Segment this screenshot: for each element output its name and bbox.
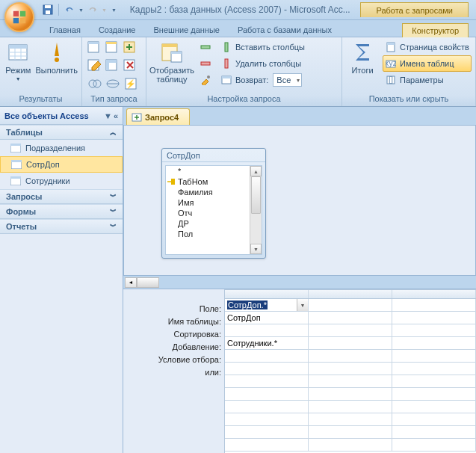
field-item-familia[interactable]: Фамилия (166, 187, 262, 197)
field-item-tabnom[interactable]: ТабНом (166, 176, 262, 187)
append-query-icon (132, 112, 142, 123)
return-rows-control[interactable]: Возврат:Все (218, 72, 307, 88)
doc-tab-query4[interactable]: Запрос4 (126, 108, 190, 125)
cell-crit-3[interactable] (392, 350, 476, 362)
undo-icon[interactable] (64, 4, 75, 16)
dropdown-icon[interactable]: ▼ (297, 299, 308, 311)
label-or: или: (123, 366, 221, 379)
col-selector-2[interactable] (309, 290, 392, 298)
redo-icon[interactable] (87, 4, 99, 16)
label-field: Поле: (123, 303, 221, 315)
delete-columns-button[interactable]: Удалить столбцы (218, 55, 307, 72)
office-button[interactable] (4, 2, 34, 32)
append-query-icon[interactable] (123, 40, 141, 57)
cell-crit-1[interactable] (225, 350, 309, 362)
svg-rect-15 (88, 42, 99, 44)
svg-point-24 (89, 80, 96, 87)
show-table-button[interactable]: Отобразить таблицу (149, 39, 194, 85)
tab-home[interactable]: Главная (40, 23, 90, 37)
property-sheet-button[interactable]: Страница свойств (383, 39, 472, 55)
cell-sort-3[interactable] (392, 324, 476, 336)
expand-down-icon: ︾ (110, 207, 117, 217)
select-query-icon[interactable] (87, 40, 105, 57)
field-item-imya[interactable]: Имя (166, 197, 262, 208)
navigation-pane: Все объекты Access ▼« Таблицы︽ Подраздел… (0, 107, 123, 453)
table-field-list[interactable]: СотрДоп * ТабНом Фамилия Имя Отч ДР Пол … (161, 148, 266, 259)
data-definition-icon[interactable]: ⚡ (123, 76, 141, 93)
nav-cat-forms[interactable]: Формы︾ (0, 204, 123, 219)
nav-cat-queries[interactable]: Запросы︾ (0, 189, 123, 204)
nav-menu-icon[interactable]: ▼ (104, 111, 112, 120)
union-query-icon[interactable] (87, 76, 105, 93)
col-selector-1[interactable] (225, 290, 309, 298)
make-table-query-icon[interactable] (105, 40, 123, 57)
tab-create[interactable]: Создание (90, 23, 145, 37)
save-icon[interactable] (42, 4, 54, 16)
chevron-down-icon: ▼ (16, 75, 21, 84)
update-query-icon[interactable] (87, 58, 105, 75)
query-design-upper[interactable]: СотрДоп * ТабНом Фамилия Имя Отч ДР Пол … (123, 125, 476, 275)
insert-columns-button[interactable]: Вставить столбцы (218, 39, 307, 55)
builder-button[interactable] (197, 72, 214, 88)
grid-columns[interactable]: СотрДоп.*▼ СотрДоп Сотрудники.* (224, 289, 476, 453)
cell-field-1[interactable]: СотрДоп.*▼ (225, 299, 309, 311)
svg-rect-3 (20, 18, 25, 23)
delete-rows-button[interactable] (197, 55, 214, 72)
delete-query-icon[interactable] (123, 58, 141, 75)
cell-sort-1[interactable] (225, 324, 309, 336)
cell-sort-2[interactable] (309, 324, 392, 336)
nav-item-sotrdop[interactable]: СотрДоп (0, 156, 123, 173)
tab-design[interactable]: Конструктор (402, 23, 469, 37)
cell-crit-2[interactable] (309, 350, 392, 362)
delete-rows-icon (200, 58, 211, 70)
cell-append-2[interactable] (309, 337, 392, 349)
nav-cat-tables[interactable]: Таблицы︽ (0, 125, 123, 140)
cell-or-3[interactable] (392, 363, 476, 375)
tab-external[interactable]: Внешние данные (145, 23, 229, 37)
nav-item-employees[interactable]: Сотрудники (0, 173, 123, 189)
scroll-left-icon[interactable]: ◄ (125, 277, 137, 288)
field-list-scrollbar[interactable]: ▲▼ (250, 166, 262, 254)
cell-field-2[interactable] (309, 299, 392, 311)
view-button[interactable]: Режим ▼ (3, 39, 34, 85)
exclamation-icon (45, 40, 69, 64)
svg-rect-41 (387, 43, 395, 45)
crosstab-query-icon[interactable] (105, 58, 123, 75)
cell-or-1[interactable] (225, 363, 309, 375)
cell-table-2[interactable] (309, 312, 392, 324)
parameters-button[interactable]: []Параметры (383, 72, 472, 88)
tab-dbtools[interactable]: Работа с базами данных (229, 23, 341, 37)
nav-item-departments[interactable]: Подразделения (0, 140, 123, 156)
cell-field-3[interactable] (392, 299, 476, 311)
h-scroll-thumb[interactable] (137, 277, 159, 288)
col-selector-3[interactable] (392, 290, 476, 298)
pane-splitter[interactable]: ◄ (123, 275, 476, 289)
cell-table-3[interactable] (392, 312, 476, 324)
svg-rect-1 (20, 11, 25, 16)
field-item-otch[interactable]: Отч (166, 208, 262, 218)
return-combo[interactable]: Все (273, 73, 302, 87)
insert-rows-button[interactable] (197, 39, 214, 55)
table-names-button[interactable]: xyzИмена таблиц (383, 55, 472, 72)
passthrough-query-icon[interactable] (105, 76, 123, 93)
cell-append-3[interactable] (392, 337, 476, 349)
field-item-pol[interactable]: Пол (166, 229, 262, 239)
field-item-star[interactable]: * (166, 166, 262, 176)
sigma-icon (350, 40, 374, 64)
totals-button[interactable]: Итоги (345, 39, 380, 76)
label-append: Добавление: (123, 341, 221, 354)
cell-or-2[interactable] (309, 363, 392, 375)
run-button[interactable]: Выполнить (35, 39, 78, 76)
field-item-dr[interactable]: ДР (166, 218, 262, 229)
nav-cat-reports[interactable]: Отчеты︾ (0, 219, 123, 234)
table-box-title[interactable]: СотрДоп (162, 149, 265, 162)
table-icon (10, 176, 21, 185)
qat-customize-icon[interactable]: ▼ (111, 7, 117, 13)
show-table-label: Отобразить таблицу (149, 66, 194, 84)
undo-dropdown-icon[interactable]: ▼ (78, 7, 84, 13)
nav-collapse-icon[interactable]: « (114, 111, 118, 120)
nav-header[interactable]: Все объекты Access ▼« (0, 107, 123, 125)
cell-append-1[interactable]: Сотрудники.* (225, 337, 309, 349)
expand-down-icon: ︾ (110, 192, 117, 202)
cell-table-1[interactable]: СотрДоп (225, 312, 309, 324)
